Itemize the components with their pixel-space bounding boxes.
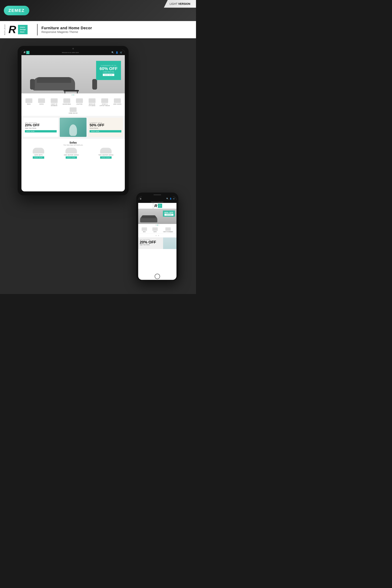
phone-cat-chest[interactable]: CHEST OF DRAWERS	[163, 228, 173, 232]
sofa-sets-icon	[33, 148, 44, 154]
homedecor-icon	[70, 108, 76, 112]
category-arm-chairs[interactable]: ARM CHAIRS	[112, 98, 123, 106]
tablet-screen: R IntDes Welcome to our online store! 🔍 …	[22, 50, 125, 192]
tablet-hero-dots	[22, 94, 125, 96]
main-content: R IntDes Welcome to our online store! 🔍 …	[0, 38, 196, 294]
tablet-promos-row: GET AN EXTRA 20% OFF Style Your Home SHO…	[22, 116, 125, 139]
prev-arrow-btn[interactable]: ‹	[156, 234, 156, 236]
promo-right-shop-btn[interactable]: SHOP NOW!	[90, 130, 121, 132]
promo-right-percent: 50% OFF	[90, 124, 121, 127]
category-sofas[interactable]: SOFAS	[36, 98, 47, 106]
category-laptop-tables[interactable]: STUDY & LAPTOP TABLES	[99, 98, 110, 106]
category-chest-drawers[interactable]: CHEST OF DRAWERS	[48, 98, 60, 106]
one-seater-label: ONE SEATER SOFAS	[64, 154, 79, 156]
phone-brand: REFLEGO R Inteior Design Store	[138, 203, 176, 209]
phone-sofas-label: SOFAS	[154, 231, 157, 232]
coffee-table-leg1	[64, 91, 65, 94]
two-seater-btn[interactable]: SHOP NOW!	[100, 156, 112, 159]
sofa-back	[37, 77, 71, 83]
beds-icon	[26, 98, 32, 103]
category-kitchens[interactable]: MODULAR KITCHENS	[86, 98, 98, 106]
phone-user-icon[interactable]: 👤	[170, 198, 172, 200]
phone-home-button[interactable]	[155, 274, 160, 279]
phone-dot-2[interactable]	[157, 225, 158, 226]
tablet-teal-sm: IntDes	[26, 51, 30, 54]
phone-menu-icon[interactable]: ☰	[140, 198, 142, 200]
tablet-shop-now-btn[interactable]: SHOP NOW!	[103, 74, 114, 76]
tablet-user-icon[interactable]: 👤	[116, 51, 118, 54]
phone-search-icon[interactable]: 🔍	[166, 198, 168, 200]
beds-label: BEDS	[27, 104, 30, 105]
tablet-sofas-section: Sofas Your lazy days will thank you SOFA…	[22, 139, 125, 161]
brand-teal-box: Inteior Design Store	[18, 25, 28, 34]
promo-card-right: CURRENT SALE 50% OFF Home Decor SHOP NOW…	[88, 118, 123, 137]
one-seater-btn[interactable]: SHOP NOW!	[66, 156, 77, 159]
dot-2[interactable]	[73, 94, 74, 95]
tablet-cart-icon[interactable]: 🛒	[120, 51, 122, 54]
phone-chest-icon	[166, 228, 171, 231]
phone-cat-beds[interactable]: BEDS	[142, 228, 147, 232]
sofa-sets[interactable]: SOFA SETS SHOP NOW!	[33, 148, 44, 159]
lighting-label: LIGHTING	[76, 104, 82, 105]
zemez-logo[interactable]: ZEMEZ	[4, 6, 29, 15]
tablet-search-icon[interactable]: 🔍	[112, 51, 114, 54]
tablet-nav-icons: 🔍 👤 🛒	[112, 51, 122, 54]
kitchens-icon	[88, 98, 96, 103]
phone-sofas-icon	[152, 228, 158, 231]
phone-screen: ☰ 🔍 👤 🛒 Welcome to our online store! REF…	[138, 196, 176, 280]
brand-section: REFLEGO R Inteior Design Store Furniture…	[0, 21, 196, 38]
phone-nav-icons: 🔍 👤 🛒	[166, 198, 175, 200]
sofas-types-row: SOFA SETS SHOP NOW! ONE SEATER SOFAS SHO…	[24, 148, 122, 159]
sofas-icon	[38, 98, 45, 103]
two-seater-sofas[interactable]: TWO SEATER SOFAS SHOP NOW!	[98, 148, 114, 159]
two-seater-icon	[100, 148, 112, 154]
vase-shape	[69, 124, 77, 136]
phone-hero-dots	[138, 224, 176, 226]
sofa-sets-label: SOFA SETS	[34, 154, 43, 156]
phone-60off-text: 60% OFF	[164, 212, 174, 214]
sofas-label: SOFAS	[40, 104, 44, 105]
phone-cat-sofas[interactable]: SOFAS	[152, 228, 158, 232]
sofa-sets-btn[interactable]: SHOP NOW!	[33, 156, 44, 159]
next-arrow-btn[interactable]: ›	[158, 234, 159, 236]
promo-limited-text: Limited Stock Only	[103, 71, 114, 72]
phone-dot-3[interactable]	[158, 225, 159, 226]
promo-left-shop-btn[interactable]: SHOP NOW!	[25, 130, 57, 132]
category-home-decor[interactable]: HOME DECOR	[68, 108, 79, 114]
phone-hero: 60% OFF SHOP NOW	[138, 209, 176, 224]
two-seater-label: TWO SEATER SOFAS	[98, 154, 114, 156]
category-wardrobes[interactable]: WARDROBES	[61, 98, 72, 106]
phone-promo-section: GET AN EXTRA 20% OFF Style Your Home	[138, 238, 176, 249]
tablet-promo-box: CLEARANCE UP TO 60% OFF Limited Stock On…	[96, 61, 121, 80]
chest-label: CHEST OF DRAWERS	[48, 104, 60, 106]
phone-shop-btn[interactable]: SHOP NOW	[164, 214, 174, 216]
phone-r-letter: R	[154, 204, 157, 208]
promo-clearance-text: CLEARANCE UP TO	[101, 65, 116, 66]
phone-hero-overlay: 60% OFF SHOP NOW	[163, 210, 175, 217]
promo-percent-text: 60% OFF	[100, 66, 118, 71]
phone-cart-icon[interactable]: 🛒	[173, 198, 175, 200]
brand-r-letter: R	[8, 24, 16, 35]
coffee-table-leg2	[77, 91, 78, 94]
coffee-table-top	[64, 90, 79, 92]
phone-chest-label: CHEST OF DRAWERS	[163, 231, 173, 232]
one-seater-sofas[interactable]: ONE SEATER SOFAS SHOP NOW!	[64, 148, 79, 159]
light-version-badge: LIGHT VERSION	[164, 0, 196, 8]
category-beds[interactable]: BEDS	[23, 98, 34, 106]
tables-label: STUDY & LAPTOP TABLES	[99, 104, 110, 106]
armchairs-icon	[114, 98, 121, 103]
dot-1[interactable]	[71, 94, 72, 95]
tables-icon	[101, 98, 108, 103]
phone-dot-1[interactable]	[156, 225, 156, 226]
tablet-nav: R IntDes Welcome to our online store! 🔍 …	[22, 50, 125, 55]
sofas-section-subtitle: Your lazy days will thank you	[24, 144, 122, 146]
phone-welcome-text: Welcome to our online store!	[138, 201, 176, 203]
phone-beds-icon	[142, 228, 147, 231]
dot-3[interactable]	[74, 94, 75, 95]
category-lighting[interactable]: LIGHTING	[74, 98, 85, 106]
armchairs-label: ARM CHAIRS	[113, 104, 122, 105]
phone-nav-arrows: ‹ ›	[138, 234, 176, 238]
tablet-categories: BEDS SOFAS CHEST OF DRAWERS WARDROBES LI…	[22, 96, 125, 116]
tablet-nav-logo: R IntDes	[24, 51, 30, 54]
brand-text: Furniture and Home Decor Responsive Mage…	[41, 26, 92, 34]
